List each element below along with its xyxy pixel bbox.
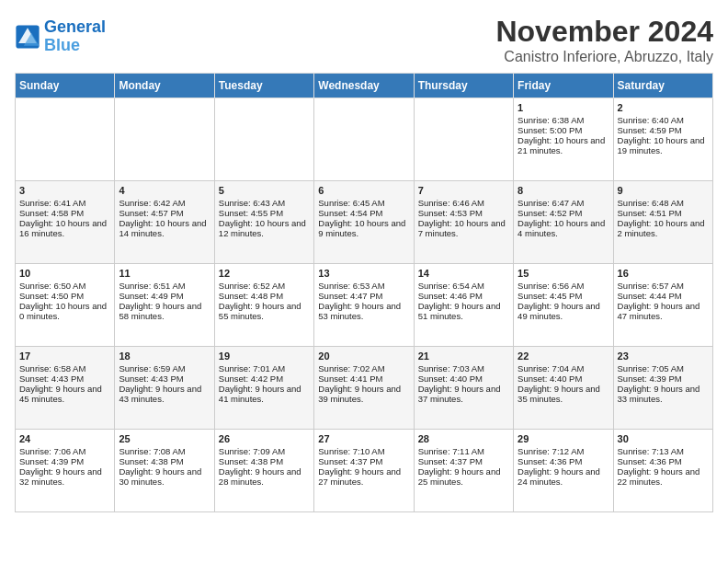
- day-number: 16: [618, 268, 709, 279]
- calendar-cell: 29Sunrise: 7:12 AMSunset: 4:36 PMDayligh…: [514, 430, 613, 512]
- sunset-text: Sunset: 4:47 PM: [318, 291, 409, 301]
- calendar-cell: 28Sunrise: 7:11 AMSunset: 4:37 PMDayligh…: [414, 430, 513, 512]
- day-header-friday: Friday: [514, 74, 613, 98]
- sunset-text: Sunset: 4:39 PM: [618, 373, 709, 384]
- sunset-text: Sunset: 4:38 PM: [219, 456, 310, 466]
- day-number: 28: [418, 433, 509, 444]
- day-number: 17: [19, 350, 110, 362]
- day-number: 10: [19, 268, 110, 279]
- calendar-cell: 18Sunrise: 6:59 AMSunset: 4:43 PMDayligh…: [115, 347, 214, 430]
- daylight-text: Daylight: 9 hours and 27 minutes.: [318, 466, 409, 487]
- page-header: GeneralBlue November 2024 Canistro Infer…: [15, 15, 713, 65]
- sunset-text: Sunset: 4:37 PM: [418, 456, 509, 466]
- sunset-text: Sunset: 4:57 PM: [119, 208, 210, 218]
- calendar-cell: 11Sunrise: 6:51 AMSunset: 4:49 PMDayligh…: [115, 264, 214, 347]
- sunset-text: Sunset: 4:45 PM: [518, 291, 609, 301]
- calendar-cell: 21Sunrise: 7:03 AMSunset: 4:40 PMDayligh…: [414, 347, 513, 430]
- sunrise-text: Sunrise: 6:46 AM: [418, 198, 509, 208]
- sunrise-text: Sunrise: 6:52 AM: [219, 281, 310, 291]
- day-number: 11: [119, 268, 210, 279]
- sunset-text: Sunset: 4:41 PM: [318, 373, 409, 384]
- day-number: 26: [219, 433, 310, 444]
- day-number: 8: [518, 185, 609, 196]
- daylight-text: Daylight: 10 hours and 16 minutes.: [19, 218, 110, 238]
- sunset-text: Sunset: 4:50 PM: [19, 291, 110, 301]
- sunset-text: Sunset: 4:36 PM: [518, 456, 609, 466]
- day-number: 9: [618, 185, 709, 196]
- sunset-text: Sunset: 4:44 PM: [618, 291, 709, 301]
- daylight-text: Daylight: 10 hours and 7 minutes.: [418, 218, 509, 238]
- daylight-text: Daylight: 9 hours and 58 minutes.: [119, 301, 210, 321]
- sunrise-text: Sunrise: 7:05 AM: [618, 363, 709, 373]
- sunrise-text: Sunrise: 6:53 AM: [318, 281, 409, 291]
- sunrise-text: Sunrise: 6:43 AM: [219, 198, 310, 208]
- calendar-cell: 9Sunrise: 6:48 AMSunset: 4:51 PMDaylight…: [613, 181, 712, 264]
- calendar-cell: 30Sunrise: 7:13 AMSunset: 4:36 PMDayligh…: [613, 430, 712, 512]
- sunrise-text: Sunrise: 7:06 AM: [19, 446, 110, 456]
- sunset-text: Sunset: 4:59 PM: [618, 125, 709, 135]
- calendar-cell: 26Sunrise: 7:09 AMSunset: 4:38 PMDayligh…: [214, 430, 313, 512]
- day-number: 14: [418, 268, 509, 279]
- calendar-cell: 17Sunrise: 6:58 AMSunset: 4:43 PMDayligh…: [16, 347, 115, 430]
- day-number: 18: [119, 350, 210, 362]
- daylight-text: Daylight: 9 hours and 55 minutes.: [219, 301, 310, 321]
- day-number: 22: [518, 350, 609, 362]
- calendar-cell: 15Sunrise: 6:56 AMSunset: 4:45 PMDayligh…: [514, 264, 613, 347]
- daylight-text: Daylight: 9 hours and 45 minutes.: [19, 384, 110, 404]
- calendar-cell: [214, 98, 313, 181]
- sunset-text: Sunset: 4:58 PM: [19, 208, 110, 218]
- day-number: 24: [19, 433, 110, 444]
- sunrise-text: Sunrise: 6:58 AM: [19, 363, 110, 373]
- daylight-text: Daylight: 9 hours and 37 minutes.: [418, 384, 509, 404]
- day-number: 13: [318, 268, 409, 279]
- daylight-text: Daylight: 9 hours and 41 minutes.: [219, 384, 310, 404]
- day-number: 29: [518, 433, 609, 444]
- calendar-cell: [314, 98, 414, 181]
- day-header-tuesday: Tuesday: [214, 74, 313, 98]
- calendar-cell: 10Sunrise: 6:50 AMSunset: 4:50 PMDayligh…: [16, 264, 115, 347]
- calendar-cell: 12Sunrise: 6:52 AMSunset: 4:48 PMDayligh…: [214, 264, 313, 347]
- daylight-text: Daylight: 9 hours and 28 minutes.: [219, 466, 310, 487]
- sunset-text: Sunset: 4:42 PM: [219, 373, 310, 384]
- day-header-monday: Monday: [115, 74, 214, 98]
- day-header-saturday: Saturday: [613, 74, 712, 98]
- sunrise-text: Sunrise: 6:56 AM: [518, 281, 609, 291]
- day-header-sunday: Sunday: [16, 74, 115, 98]
- sunset-text: Sunset: 4:40 PM: [518, 373, 609, 384]
- calendar-cell: [16, 98, 115, 181]
- daylight-text: Daylight: 9 hours and 22 minutes.: [618, 466, 709, 487]
- calendar-cell: 2Sunrise: 6:40 AMSunset: 4:59 PMDaylight…: [613, 98, 712, 181]
- daylight-text: Daylight: 9 hours and 33 minutes.: [618, 384, 709, 404]
- sunset-text: Sunset: 4:52 PM: [518, 208, 609, 218]
- calendar-cell: 7Sunrise: 6:46 AMSunset: 4:53 PMDaylight…: [414, 181, 513, 264]
- sunrise-text: Sunrise: 6:57 AM: [618, 281, 709, 291]
- daylight-text: Daylight: 10 hours and 4 minutes.: [518, 218, 609, 238]
- day-number: 25: [119, 433, 210, 444]
- sunrise-text: Sunrise: 6:42 AM: [119, 198, 210, 208]
- calendar-cell: 6Sunrise: 6:45 AMSunset: 4:54 PMDaylight…: [314, 181, 414, 264]
- sunset-text: Sunset: 4:51 PM: [618, 208, 709, 218]
- daylight-text: Daylight: 9 hours and 35 minutes.: [518, 384, 609, 404]
- calendar-cell: 1Sunrise: 6:38 AMSunset: 5:00 PMDaylight…: [514, 98, 613, 181]
- sunset-text: Sunset: 5:00 PM: [518, 125, 609, 135]
- daylight-text: Daylight: 9 hours and 39 minutes.: [318, 384, 409, 404]
- daylight-text: Daylight: 9 hours and 51 minutes.: [418, 301, 509, 321]
- calendar-cell: 19Sunrise: 7:01 AMSunset: 4:42 PMDayligh…: [214, 347, 313, 430]
- sunset-text: Sunset: 4:55 PM: [219, 208, 310, 218]
- sunrise-text: Sunrise: 7:04 AM: [518, 363, 609, 373]
- sunrise-text: Sunrise: 7:08 AM: [119, 446, 210, 456]
- daylight-text: Daylight: 9 hours and 49 minutes.: [518, 301, 609, 321]
- day-number: 12: [219, 268, 310, 279]
- calendar-table: SundayMondayTuesdayWednesdayThursdayFrid…: [15, 73, 713, 512]
- sunrise-text: Sunrise: 7:09 AM: [219, 446, 310, 456]
- daylight-text: Daylight: 9 hours and 24 minutes.: [518, 466, 609, 487]
- sunrise-text: Sunrise: 6:50 AM: [19, 281, 110, 291]
- logo: GeneralBlue: [15, 18, 106, 55]
- sunrise-text: Sunrise: 7:11 AM: [418, 446, 509, 456]
- day-number: 1: [518, 102, 609, 113]
- sunset-text: Sunset: 4:36 PM: [618, 456, 709, 466]
- calendar-cell: 25Sunrise: 7:08 AMSunset: 4:38 PMDayligh…: [115, 430, 214, 512]
- sunrise-text: Sunrise: 6:54 AM: [418, 281, 509, 291]
- sunrise-text: Sunrise: 6:40 AM: [618, 115, 709, 125]
- day-number: 23: [618, 350, 709, 362]
